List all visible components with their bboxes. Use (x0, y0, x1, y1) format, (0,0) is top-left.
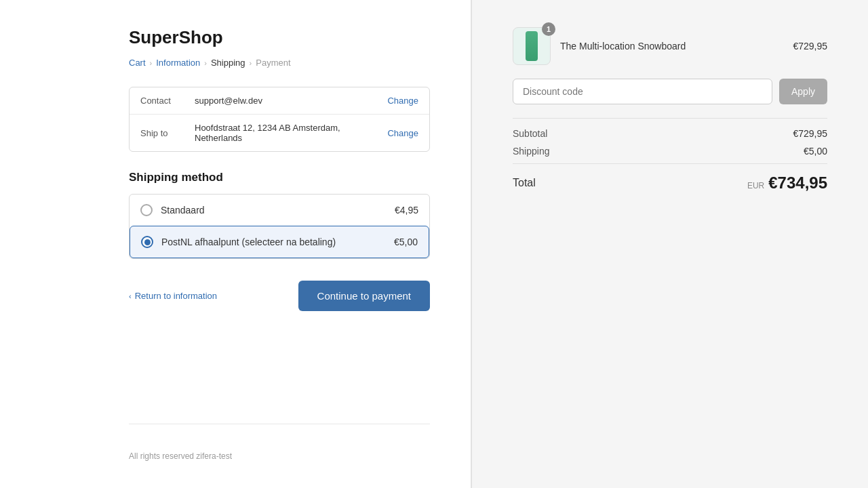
breadcrumb-shipping: Shipping (211, 58, 245, 68)
radio-standard (140, 204, 153, 216)
snowboard-icon (526, 31, 538, 61)
product-row: 1 The Multi-location Snowboard €729,95 (513, 27, 827, 65)
discount-row: Apply (513, 79, 827, 104)
breadcrumb-information[interactable]: Information (156, 58, 200, 68)
ship-to-change-link[interactable]: Change (387, 128, 418, 138)
footer-nav: ‹ Return to information Continue to paym… (129, 281, 430, 311)
discount-input[interactable] (513, 79, 772, 104)
contact-change-link[interactable]: Change (387, 96, 418, 106)
return-link[interactable]: ‹ Return to information (129, 291, 217, 301)
apply-button[interactable]: Apply (779, 79, 827, 104)
shipping-standard-label: Standaard (161, 205, 395, 216)
return-label: Return to information (135, 291, 217, 301)
shipping-summary-value: €5,00 (804, 146, 827, 157)
ship-to-label: Ship to (140, 128, 195, 138)
product-name: The Multi-location Snowboard (560, 41, 783, 52)
info-box: Contact support@elw.dev Change Ship to H… (129, 87, 430, 152)
subtotal-value: €729,95 (793, 128, 827, 139)
contact-label: Contact (140, 96, 195, 106)
shipping-postnl-label: PostNL afhaalpunt (selecteer na betaling… (161, 237, 394, 247)
breadcrumb-sep-1: › (150, 59, 153, 67)
total-row: Total EUR €734,95 (513, 174, 827, 192)
copyright: All rights reserved zifera-test (129, 424, 430, 461)
breadcrumb: Cart › Information › Shipping › Payment (129, 58, 430, 68)
ship-to-row: Ship to Hoofdstraat 12, 1234 AB Amsterda… (130, 114, 429, 151)
left-panel: SuperShop Cart › Information › Shipping … (0, 0, 471, 488)
product-badge: 1 (542, 22, 555, 36)
product-thumbnail: 1 (513, 27, 551, 65)
chevron-left-icon: ‹ (129, 292, 132, 300)
breadcrumb-payment: Payment (256, 58, 290, 68)
total-currency: EUR (747, 181, 764, 190)
product-price: €729,95 (793, 41, 827, 52)
shipping-method-title: Shipping method (129, 171, 430, 184)
continue-button[interactable]: Continue to payment (298, 281, 430, 311)
summary-divider (513, 118, 827, 119)
total-right: EUR €734,95 (747, 174, 827, 192)
total-divider (513, 163, 827, 164)
radio-postnl-inner (144, 239, 151, 245)
shipping-option-postnl[interactable]: PostNL afhaalpunt (selecteer na betaling… (130, 226, 429, 258)
shipping-summary-label: Shipping (513, 146, 550, 157)
radio-postnl (141, 236, 153, 248)
ship-to-value: Hoofdstraat 12, 1234 AB Amsterdam, Nethe… (195, 123, 387, 143)
total-label: Total (513, 177, 536, 189)
shipping-standard-price: €4,95 (395, 205, 418, 216)
brand-logo: SuperShop (129, 27, 430, 48)
total-amount: €734,95 (768, 174, 827, 192)
shipping-option-standard[interactable]: Standaard €4,95 (130, 195, 429, 226)
subtotal-label: Subtotal (513, 128, 547, 139)
breadcrumb-sep-3: › (250, 59, 252, 67)
breadcrumb-sep-2: › (204, 59, 207, 67)
breadcrumb-cart[interactable]: Cart (129, 58, 146, 68)
subtotal-row: Subtotal €729,95 (513, 128, 827, 139)
contact-value: support@elw.dev (195, 96, 387, 106)
shipping-options: Standaard €4,95 PostNL afhaalpunt (selec… (129, 194, 430, 259)
right-panel: 1 The Multi-location Snowboard €729,95 A… (471, 0, 868, 488)
shipping-row: Shipping €5,00 (513, 146, 827, 157)
contact-row: Contact support@elw.dev Change (130, 87, 429, 114)
shipping-postnl-price: €5,00 (394, 237, 418, 247)
